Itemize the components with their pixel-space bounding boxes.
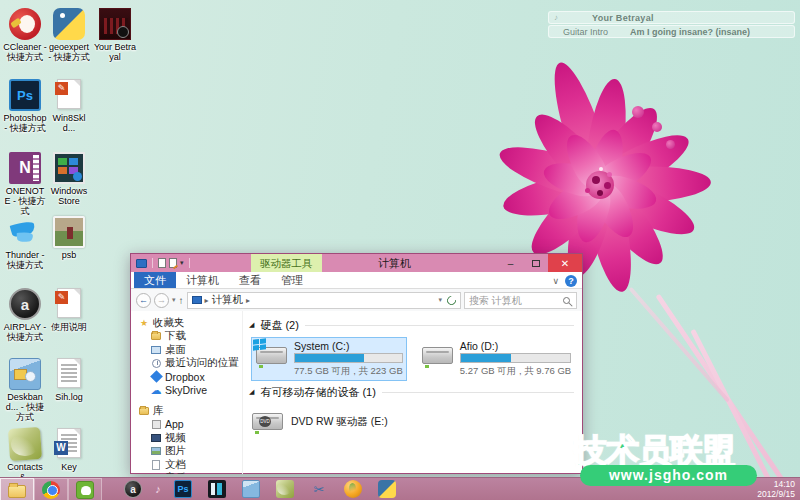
desktop-icon-photoshop[interactable]: Ps Photoshop - 快捷方式 [3,79,47,133]
drive-item-dvd[interactable]: DVD DVD RW 驱动器 (E:) [251,405,574,437]
blue-box-icon [9,358,41,390]
group-header-harddisks[interactable]: ◢ 硬盘 (2) [249,318,574,332]
search-icon [563,297,570,304]
desktop-icon-key-doc[interactable]: W Key [47,428,91,472]
taskbar-evernote[interactable] [68,478,102,500]
drive-capacity: 5.27 GB 可用 , 共 9.76 GB [460,365,571,378]
sidebar-item-app[interactable]: App [139,418,242,432]
taskbar-music-note[interactable]: ♪ [150,478,166,500]
flower-dot [585,188,590,193]
sidebar-item-downloads[interactable]: 下载 [139,330,242,344]
desktop-icon-deskband[interactable]: Deskband... - 快捷方式 [3,358,47,422]
up-button[interactable]: ↑ [179,295,184,306]
sidebar-item-desktop[interactable]: 桌面 [139,343,242,357]
search-box[interactable] [464,292,577,309]
forward-button[interactable]: → [154,293,169,308]
ribbon-collapse-icon[interactable]: ∨ [552,276,559,286]
music-note-icon: ♪ [153,480,163,498]
tab-view[interactable]: 查看 [229,272,271,288]
watermark-title: 技术员联盟 [574,429,734,474]
flower-dot [604,182,611,189]
address-dropdown-icon[interactable]: ▾ [438,296,442,304]
sidebar-item-music[interactable]: ♪音乐 [139,472,242,475]
desktop-icon-sihlog[interactable]: Sih.log [47,358,91,402]
document-library-icon [152,460,160,470]
collapse-triangle-icon[interactable]: ◢ [249,388,254,396]
sidebar-item-libraries[interactable]: 库 [139,404,242,418]
windows-logo-icon [253,338,266,351]
windows-store-icon [53,152,85,184]
collapse-triangle-icon[interactable]: ◢ [249,321,254,329]
taskbar-media-sphere[interactable] [336,478,370,500]
media-app-icon [208,480,226,498]
sidebar-item-dropbox[interactable]: Dropbox [139,370,242,384]
thunder-bird-icon [9,216,41,248]
flower-petal [542,172,609,228]
flower-dot [599,167,603,171]
desktop-icon-your-betrayal[interactable]: Your Betrayal [93,8,137,62]
desktop-icon-document1[interactable]: ✎ Win8Skld... [47,79,91,133]
breadcrumb-computer[interactable]: 计算机 [212,293,244,307]
explorer-icon [8,485,26,498]
desktop-icon-label: CCleaner - 快捷方式 [3,42,47,62]
desktop-icon-airplay[interactable]: a AIRPLAY - 快捷方式 [3,288,47,342]
desktop-icon-label: Deskband... - 快捷方式 [3,392,47,422]
help-icon[interactable]: ? [565,275,577,287]
tray-clock[interactable]: 14:10 2012/9/15 [757,479,800,499]
taskbar-chrome[interactable] [34,478,68,500]
group-header-removable[interactable]: ◢ 有可移动存储的设备 (1) [249,385,574,399]
desktop-icon-thunder[interactable]: Thunder - 快捷方式 [3,216,47,270]
ccleaner-icon [9,8,41,40]
qat-dropdown-icon[interactable]: ▾ [180,259,184,267]
taskbar-photoshop[interactable]: Ps [166,478,200,500]
drive-name: DVD RW 驱动器 (E:) [291,415,388,427]
desktop-icon-label: AIRPLAY - 快捷方式 [3,322,47,342]
flower-petal [584,99,669,198]
taskbar-media-app[interactable] [200,478,234,500]
tab-computer[interactable]: 计算机 [176,272,229,288]
drive-item-c[interactable]: System (C:) 77.5 GB 可用 , 共 223 GB [251,337,407,381]
drive-item-d[interactable]: Afio (D:) 5.27 GB 可用 , 共 9.76 GB [417,337,575,381]
flower-petal [494,136,607,203]
desktop-icon-geoexpert[interactable]: geoexpert - 快捷方式 [47,8,91,62]
properties-icon[interactable] [158,258,166,268]
taskbar-python[interactable] [370,478,404,500]
airplay-icon: a [9,288,41,320]
evernote-icon [76,481,94,499]
flower-dot [597,190,603,196]
back-button[interactable]: ← [136,293,151,308]
search-input[interactable] [465,295,563,306]
breadcrumb[interactable]: ▸ 计算机 ▸ ▾ [187,292,461,309]
navigation-pane: ★收藏夹 下载 桌面 最近访问的位置 Dropbox ☁SkyDrive 库 A… [131,311,243,474]
sidebar-item-skydrive[interactable]: ☁SkyDrive [139,384,242,398]
desktop-icon-contacts[interactable]: Contacts&.. [3,428,47,482]
taskbar-explorer[interactable] [0,478,34,500]
sidebar-item-pictures[interactable]: 图片 [139,445,242,459]
sidebar-item-documents[interactable]: 文档 [139,458,242,472]
desktop-icon-onenote[interactable]: N ONENOTE - 快捷方式 [3,152,47,216]
taskbar-deskband[interactable] [234,478,268,500]
sidebar-item-favorites[interactable]: ★收藏夹 [139,316,242,330]
lyrics-bar-title: ♪ Your Betrayal [548,11,795,24]
desktop-icon-psb[interactable]: psb [47,216,91,260]
close-button[interactable]: ✕ [548,254,582,272]
new-folder-icon[interactable] [169,258,177,268]
desktop-icon-windows-store[interactable]: Windows Store [47,152,91,206]
tab-file[interactable]: 文件 [134,272,176,288]
refresh-icon[interactable] [445,294,458,307]
minimize-button[interactable]: – [498,254,523,272]
sidebar-item-recent[interactable]: 最近访问的位置 [139,357,242,371]
tab-manage[interactable]: 管理 [271,272,313,288]
explorer-window: ▾ 驱动器工具 计算机 – ✕ 文件 计算机 查看 管理 ∨ ? ← → ▾ ↑… [130,253,583,474]
title-bar[interactable]: ▾ 驱动器工具 计算机 – ✕ [131,254,582,272]
sidebar-item-videos[interactable]: 视频 [139,431,242,445]
contextual-tab-drive-tools[interactable]: 驱动器工具 [251,254,322,272]
desktop-icon-document2[interactable]: ✎ 使用说明 [47,288,91,332]
history-dropdown-icon[interactable]: ▾ [172,296,176,304]
desktop-icon-label: Win8Skld... [47,113,91,133]
desktop-icon-ccleaner[interactable]: CCleaner - 快捷方式 [3,8,47,62]
taskbar-snipping-tool[interactable]: ✂ [302,478,336,500]
taskbar-notes-app[interactable] [268,478,302,500]
maximize-button[interactable] [523,254,548,272]
taskbar-airplay[interactable]: a [116,478,150,500]
